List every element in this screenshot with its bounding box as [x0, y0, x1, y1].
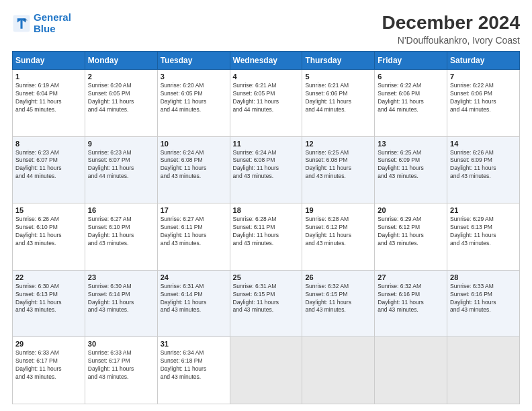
day-number: 2 — [88, 73, 154, 81]
day-info: Sunrise: 6:29 AMSunset: 6:13 PMDaylight:… — [450, 216, 517, 248]
day-number: 5 — [305, 73, 371, 81]
day-number: 8 — [15, 140, 82, 148]
day-info: Sunrise: 6:21 AMSunset: 6:05 PMDaylight:… — [233, 82, 300, 114]
day-info: Sunrise: 6:33 AMSunset: 6:17 PMDaylight:… — [15, 349, 82, 381]
day-number: 23 — [88, 273, 154, 281]
calendar-cell: 26Sunrise: 6:32 AMSunset: 6:15 PMDayligh… — [302, 270, 375, 337]
day-number: 21 — [450, 206, 517, 214]
calendar-cell: 9Sunrise: 6:23 AMSunset: 6:07 PMDaylight… — [85, 136, 157, 203]
header: General Blue December 2024 N'Douffoukank… — [12, 12, 520, 46]
page: General Blue December 2024 N'Douffoukank… — [0, 0, 532, 411]
day-number: 1 — [15, 73, 82, 81]
day-number: 9 — [88, 140, 154, 148]
calendar-cell: 12Sunrise: 6:25 AMSunset: 6:08 PMDayligh… — [302, 136, 375, 203]
day-number: 17 — [161, 206, 227, 214]
calendar-cell — [375, 337, 447, 404]
calendar-table: Sunday Monday Tuesday Wednesday Thursday… — [12, 51, 520, 404]
calendar-cell: 6Sunrise: 6:22 AMSunset: 6:06 PMDaylight… — [375, 70, 447, 137]
day-info: Sunrise: 6:34 AMSunset: 6:18 PMDaylight:… — [161, 349, 227, 381]
calendar-cell: 13Sunrise: 6:25 AMSunset: 6:09 PMDayligh… — [375, 136, 447, 203]
calendar-cell: 17Sunrise: 6:27 AMSunset: 6:11 PMDayligh… — [157, 203, 230, 271]
day-info: Sunrise: 6:25 AMSunset: 6:09 PMDaylight:… — [378, 149, 444, 181]
day-number: 12 — [305, 140, 371, 148]
calendar-cell: 22Sunrise: 6:30 AMSunset: 6:13 PMDayligh… — [13, 270, 85, 337]
calendar-cell: 5Sunrise: 6:21 AMSunset: 6:06 PMDaylight… — [302, 70, 375, 137]
day-number: 29 — [15, 340, 82, 348]
calendar-cell: 10Sunrise: 6:24 AMSunset: 6:08 PMDayligh… — [157, 136, 230, 203]
day-info: Sunrise: 6:21 AMSunset: 6:06 PMDaylight:… — [305, 82, 371, 114]
col-friday: Friday — [375, 52, 447, 70]
day-info: Sunrise: 6:19 AMSunset: 6:04 PMDaylight:… — [15, 82, 82, 114]
day-info: Sunrise: 6:33 AMSunset: 6:16 PMDaylight:… — [450, 283, 517, 315]
logo-text: General Blue — [34, 12, 71, 34]
day-info: Sunrise: 6:26 AMSunset: 6:10 PMDaylight:… — [15, 216, 82, 248]
day-info: Sunrise: 6:33 AMSunset: 6:17 PMDaylight:… — [88, 349, 154, 381]
calendar-cell — [302, 337, 375, 404]
logo: General Blue — [12, 12, 71, 34]
calendar-cell: 24Sunrise: 6:31 AMSunset: 6:14 PMDayligh… — [157, 270, 230, 337]
calendar-cell: 7Sunrise: 6:22 AMSunset: 6:06 PMDaylight… — [447, 70, 520, 137]
day-info: Sunrise: 6:30 AMSunset: 6:14 PMDaylight:… — [88, 283, 154, 315]
calendar-cell: 31Sunrise: 6:34 AMSunset: 6:18 PMDayligh… — [157, 337, 230, 404]
subtitle: N'Douffoukankro, Ivory Coast — [382, 35, 520, 46]
day-info: Sunrise: 6:27 AMSunset: 6:11 PMDaylight:… — [161, 216, 227, 248]
day-number: 16 — [88, 206, 154, 214]
col-sunday: Sunday — [13, 52, 85, 70]
calendar-cell: 28Sunrise: 6:33 AMSunset: 6:16 PMDayligh… — [447, 270, 520, 337]
calendar-cell: 20Sunrise: 6:29 AMSunset: 6:12 PMDayligh… — [375, 203, 447, 271]
logo-icon — [12, 14, 31, 33]
day-number: 4 — [233, 73, 300, 81]
calendar-cell: 18Sunrise: 6:28 AMSunset: 6:11 PMDayligh… — [230, 203, 302, 271]
day-number: 26 — [305, 273, 371, 281]
calendar-week-5: 29Sunrise: 6:33 AMSunset: 6:17 PMDayligh… — [13, 337, 520, 404]
col-tuesday: Tuesday — [157, 52, 230, 70]
day-number: 7 — [450, 73, 517, 81]
calendar-cell: 1Sunrise: 6:19 AMSunset: 6:04 PMDaylight… — [13, 70, 85, 137]
calendar-body: 1Sunrise: 6:19 AMSunset: 6:04 PMDaylight… — [13, 70, 520, 404]
calendar-cell: 3Sunrise: 6:20 AMSunset: 6:05 PMDaylight… — [157, 70, 230, 137]
calendar-cell: 23Sunrise: 6:30 AMSunset: 6:14 PMDayligh… — [85, 270, 157, 337]
calendar-cell: 21Sunrise: 6:29 AMSunset: 6:13 PMDayligh… — [447, 203, 520, 271]
header-row: Sunday Monday Tuesday Wednesday Thursday… — [13, 52, 520, 70]
calendar-cell: 15Sunrise: 6:26 AMSunset: 6:10 PMDayligh… — [13, 203, 85, 271]
calendar-cell: 29Sunrise: 6:33 AMSunset: 6:17 PMDayligh… — [13, 337, 85, 404]
day-info: Sunrise: 6:32 AMSunset: 6:15 PMDaylight:… — [305, 283, 371, 315]
day-info: Sunrise: 6:20 AMSunset: 6:05 PMDaylight:… — [88, 82, 154, 114]
calendar-cell: 4Sunrise: 6:21 AMSunset: 6:05 PMDaylight… — [230, 70, 302, 137]
day-info: Sunrise: 6:30 AMSunset: 6:13 PMDaylight:… — [15, 283, 82, 315]
calendar-cell: 25Sunrise: 6:31 AMSunset: 6:15 PMDayligh… — [230, 270, 302, 337]
calendar-week-1: 1Sunrise: 6:19 AMSunset: 6:04 PMDaylight… — [13, 70, 520, 137]
day-number: 10 — [161, 140, 227, 148]
calendar-cell: 30Sunrise: 6:33 AMSunset: 6:17 PMDayligh… — [85, 337, 157, 404]
day-info: Sunrise: 6:24 AMSunset: 6:08 PMDaylight:… — [161, 149, 227, 181]
day-info: Sunrise: 6:32 AMSunset: 6:16 PMDaylight:… — [378, 283, 444, 315]
day-info: Sunrise: 6:28 AMSunset: 6:12 PMDaylight:… — [305, 216, 371, 248]
calendar-week-3: 15Sunrise: 6:26 AMSunset: 6:10 PMDayligh… — [13, 203, 520, 271]
calendar-cell: 16Sunrise: 6:27 AMSunset: 6:10 PMDayligh… — [85, 203, 157, 271]
day-info: Sunrise: 6:25 AMSunset: 6:08 PMDaylight:… — [305, 149, 371, 181]
title-block: December 2024 N'Douffoukankro, Ivory Coa… — [382, 12, 520, 46]
day-info: Sunrise: 6:20 AMSunset: 6:05 PMDaylight:… — [161, 82, 227, 114]
day-number: 13 — [378, 140, 444, 148]
calendar-cell — [447, 337, 520, 404]
col-thursday: Thursday — [302, 52, 375, 70]
day-info: Sunrise: 6:23 AMSunset: 6:07 PMDaylight:… — [88, 149, 154, 181]
day-info: Sunrise: 6:31 AMSunset: 6:14 PMDaylight:… — [161, 283, 227, 315]
day-number: 11 — [233, 140, 300, 148]
day-number: 15 — [15, 206, 82, 214]
day-info: Sunrise: 6:29 AMSunset: 6:12 PMDaylight:… — [378, 216, 444, 248]
col-wednesday: Wednesday — [230, 52, 302, 70]
day-info: Sunrise: 6:27 AMSunset: 6:10 PMDaylight:… — [88, 216, 154, 248]
day-number: 3 — [161, 73, 227, 81]
day-number: 18 — [233, 206, 300, 214]
calendar-cell: 27Sunrise: 6:32 AMSunset: 6:16 PMDayligh… — [375, 270, 447, 337]
col-monday: Monday — [85, 52, 157, 70]
calendar-cell: 19Sunrise: 6:28 AMSunset: 6:12 PMDayligh… — [302, 203, 375, 271]
calendar-cell: 14Sunrise: 6:26 AMSunset: 6:09 PMDayligh… — [447, 136, 520, 203]
day-number: 27 — [378, 273, 444, 281]
day-number: 22 — [15, 273, 82, 281]
day-number: 19 — [305, 206, 371, 214]
calendar-cell: 8Sunrise: 6:23 AMSunset: 6:07 PMDaylight… — [13, 136, 85, 203]
day-info: Sunrise: 6:26 AMSunset: 6:09 PMDaylight:… — [450, 149, 517, 181]
calendar-week-4: 22Sunrise: 6:30 AMSunset: 6:13 PMDayligh… — [13, 270, 520, 337]
